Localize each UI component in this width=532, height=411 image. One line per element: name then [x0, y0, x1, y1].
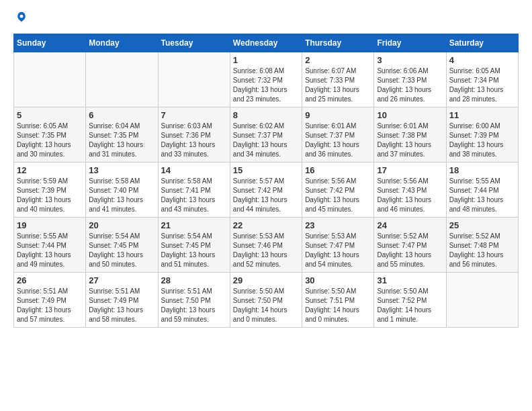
day-number: 29 [233, 275, 299, 285]
logo-icon [15, 11, 28, 24]
day-number: 13 [89, 165, 154, 175]
day-info: Sunrise: 5:57 AMSunset: 7:42 PMDaylight:… [233, 177, 299, 214]
day-info: Sunrise: 5:56 AMSunset: 7:42 PMDaylight:… [305, 177, 371, 214]
calendar-cell: 14Sunrise: 5:58 AMSunset: 7:41 PMDayligh… [158, 162, 230, 217]
day-number: 14 [161, 165, 227, 175]
day-info: Sunrise: 6:08 AMSunset: 7:32 PMDaylight:… [233, 66, 299, 104]
day-info: Sunrise: 5:51 AMSunset: 7:49 PMDaylight:… [17, 287, 83, 324]
day-info: Sunrise: 5:55 AMSunset: 7:44 PMDaylight:… [17, 232, 83, 269]
day-info: Sunrise: 6:01 AMSunset: 7:37 PMDaylight:… [305, 122, 371, 159]
day-info: Sunrise: 5:53 AMSunset: 7:47 PMDaylight:… [305, 232, 371, 269]
day-number: 25 [449, 220, 515, 230]
calendar-table: SundayMondayTuesdayWednesdayThursdayFrid… [13, 34, 519, 328]
calendar-cell: 4Sunrise: 6:05 AMSunset: 7:34 PMDaylight… [446, 52, 518, 107]
day-info: Sunrise: 6:04 AMSunset: 7:35 PMDaylight:… [89, 122, 154, 159]
day-info: Sunrise: 5:52 AMSunset: 7:48 PMDaylight:… [449, 232, 515, 269]
day-info: Sunrise: 5:50 AMSunset: 7:51 PMDaylight:… [305, 287, 371, 324]
logo [13, 13, 28, 27]
calendar-cell: 10Sunrise: 6:01 AMSunset: 7:38 PMDayligh… [374, 107, 446, 162]
day-number: 24 [377, 220, 443, 230]
day-info: Sunrise: 5:51 AMSunset: 7:49 PMDaylight:… [89, 287, 154, 324]
page-header [13, 13, 519, 27]
day-number: 19 [17, 220, 83, 230]
column-header-friday: Friday [374, 34, 446, 52]
day-number: 5 [17, 110, 83, 120]
calendar-cell: 3Sunrise: 6:06 AMSunset: 7:33 PMDaylight… [374, 52, 446, 107]
day-info: Sunrise: 6:05 AMSunset: 7:34 PMDaylight:… [449, 66, 515, 104]
column-header-sunday: Sunday [14, 34, 86, 52]
column-header-wednesday: Wednesday [230, 34, 302, 52]
calendar-cell [446, 272, 518, 327]
day-info: Sunrise: 5:50 AMSunset: 7:50 PMDaylight:… [233, 287, 299, 324]
day-info: Sunrise: 6:03 AMSunset: 7:36 PMDaylight:… [161, 122, 227, 159]
day-number: 26 [17, 275, 83, 285]
day-info: Sunrise: 5:56 AMSunset: 7:43 PMDaylight:… [377, 177, 443, 214]
calendar-cell: 29Sunrise: 5:50 AMSunset: 7:50 PMDayligh… [230, 272, 302, 327]
day-number: 7 [161, 110, 227, 120]
day-number: 1 [233, 55, 299, 65]
calendar-cell: 13Sunrise: 5:58 AMSunset: 7:40 PMDayligh… [86, 162, 158, 217]
calendar-cell: 5Sunrise: 6:05 AMSunset: 7:35 PMDaylight… [14, 107, 86, 162]
day-info: Sunrise: 6:06 AMSunset: 7:33 PMDaylight:… [377, 66, 443, 104]
calendar-cell: 7Sunrise: 6:03 AMSunset: 7:36 PMDaylight… [158, 107, 230, 162]
day-number: 17 [377, 165, 443, 175]
column-header-saturday: Saturday [446, 34, 518, 52]
day-info: Sunrise: 6:05 AMSunset: 7:35 PMDaylight:… [17, 122, 83, 159]
day-info: Sunrise: 5:58 AMSunset: 7:41 PMDaylight:… [161, 177, 227, 214]
calendar-cell: 25Sunrise: 5:52 AMSunset: 7:48 PMDayligh… [446, 217, 518, 272]
calendar-cell: 20Sunrise: 5:54 AMSunset: 7:45 PMDayligh… [86, 217, 158, 272]
calendar-cell: 18Sunrise: 5:55 AMSunset: 7:44 PMDayligh… [446, 162, 518, 217]
day-number: 23 [305, 220, 371, 230]
calendar-cell [14, 52, 86, 107]
calendar-cell: 8Sunrise: 6:02 AMSunset: 7:37 PMDaylight… [230, 107, 302, 162]
day-info: Sunrise: 5:50 AMSunset: 7:52 PMDaylight:… [377, 287, 443, 324]
calendar-cell: 23Sunrise: 5:53 AMSunset: 7:47 PMDayligh… [302, 217, 374, 272]
day-number: 30 [305, 275, 371, 285]
calendar-cell: 2Sunrise: 6:07 AMSunset: 7:33 PMDaylight… [302, 52, 374, 107]
calendar-week-row: 19Sunrise: 5:55 AMSunset: 7:44 PMDayligh… [14, 217, 519, 272]
day-info: Sunrise: 5:53 AMSunset: 7:46 PMDaylight:… [233, 232, 299, 269]
calendar-cell: 24Sunrise: 5:52 AMSunset: 7:47 PMDayligh… [374, 217, 446, 272]
day-number: 20 [89, 220, 154, 230]
calendar-cell: 31Sunrise: 5:50 AMSunset: 7:52 PMDayligh… [374, 272, 446, 327]
day-info: Sunrise: 5:51 AMSunset: 7:50 PMDaylight:… [161, 287, 227, 324]
calendar-cell: 17Sunrise: 5:56 AMSunset: 7:43 PMDayligh… [374, 162, 446, 217]
calendar-cell: 6Sunrise: 6:04 AMSunset: 7:35 PMDaylight… [86, 107, 158, 162]
day-info: Sunrise: 6:01 AMSunset: 7:38 PMDaylight:… [377, 122, 443, 159]
calendar-cell: 28Sunrise: 5:51 AMSunset: 7:50 PMDayligh… [158, 272, 230, 327]
column-header-monday: Monday [86, 34, 158, 52]
day-number: 4 [449, 55, 515, 65]
calendar-cell: 1Sunrise: 6:08 AMSunset: 7:32 PMDaylight… [230, 52, 302, 107]
calendar-cell: 11Sunrise: 6:00 AMSunset: 7:39 PMDayligh… [446, 107, 518, 162]
calendar-cell: 26Sunrise: 5:51 AMSunset: 7:49 PMDayligh… [14, 272, 86, 327]
day-info: Sunrise: 6:02 AMSunset: 7:37 PMDaylight:… [233, 122, 299, 159]
day-info: Sunrise: 5:52 AMSunset: 7:47 PMDaylight:… [377, 232, 443, 269]
day-info: Sunrise: 5:58 AMSunset: 7:40 PMDaylight:… [89, 177, 154, 214]
day-info: Sunrise: 5:54 AMSunset: 7:45 PMDaylight:… [89, 232, 154, 269]
calendar-cell: 27Sunrise: 5:51 AMSunset: 7:49 PMDayligh… [86, 272, 158, 327]
column-header-tuesday: Tuesday [158, 34, 230, 52]
day-number: 21 [161, 220, 227, 230]
day-number: 10 [377, 110, 443, 120]
calendar-cell [158, 52, 230, 107]
calendar-cell: 19Sunrise: 5:55 AMSunset: 7:44 PMDayligh… [14, 217, 86, 272]
calendar-week-row: 5Sunrise: 6:05 AMSunset: 7:35 PMDaylight… [14, 107, 519, 162]
day-info: Sunrise: 6:00 AMSunset: 7:39 PMDaylight:… [449, 122, 515, 159]
day-number: 12 [17, 165, 83, 175]
calendar-cell: 21Sunrise: 5:54 AMSunset: 7:45 PMDayligh… [158, 217, 230, 272]
day-number: 15 [233, 165, 299, 175]
calendar-cell: 12Sunrise: 5:59 AMSunset: 7:39 PMDayligh… [14, 162, 86, 217]
day-number: 9 [305, 110, 371, 120]
calendar-week-row: 12Sunrise: 5:59 AMSunset: 7:39 PMDayligh… [14, 162, 519, 217]
day-number: 16 [305, 165, 371, 175]
calendar-week-row: 1Sunrise: 6:08 AMSunset: 7:32 PMDaylight… [14, 52, 519, 107]
day-number: 22 [233, 220, 299, 230]
day-info: Sunrise: 5:54 AMSunset: 7:45 PMDaylight:… [161, 232, 227, 269]
day-number: 2 [305, 55, 371, 65]
day-number: 11 [449, 110, 515, 120]
day-info: Sunrise: 6:07 AMSunset: 7:33 PMDaylight:… [305, 66, 371, 104]
column-header-thursday: Thursday [302, 34, 374, 52]
calendar-header-row: SundayMondayTuesdayWednesdayThursdayFrid… [14, 34, 519, 52]
day-info: Sunrise: 5:59 AMSunset: 7:39 PMDaylight:… [17, 177, 83, 214]
day-number: 31 [377, 275, 443, 285]
